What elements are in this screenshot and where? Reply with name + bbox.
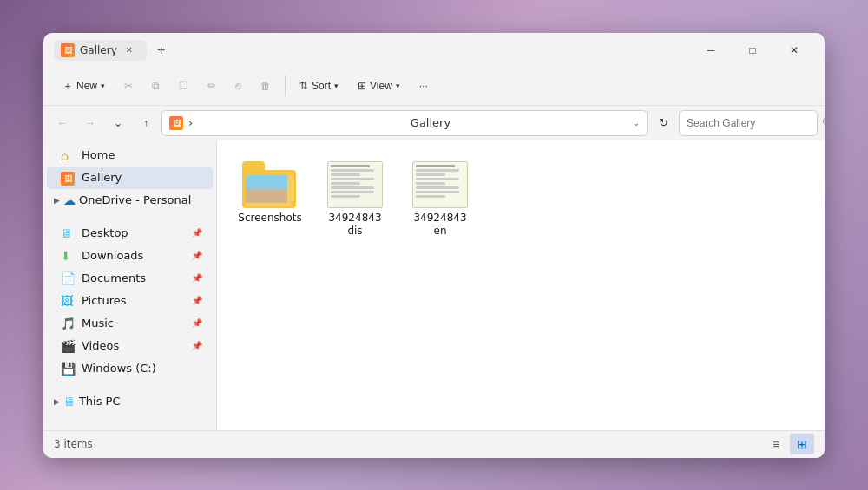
- new-chevron: ▾: [101, 82, 105, 90]
- sidebar-item-pictures[interactable]: 🖼 Pictures 📌: [47, 290, 213, 312]
- folder-tab: [242, 161, 265, 172]
- videos-icon: 🎬: [61, 339, 75, 353]
- sidebar-separator-1: [43, 212, 216, 222]
- list-item[interactable]: Screenshots: [231, 154, 309, 245]
- minimize-button[interactable]: ─: [691, 36, 731, 64]
- list-view-button[interactable]: ≡: [764, 434, 788, 454]
- sidebar: ⌂ Home 🖼 Gallery ▶ ☁ OneDrive - Personal…: [43, 140, 217, 430]
- sidebar-item-music[interactable]: 🎵 Music 📌: [47, 312, 213, 335]
- delete-icon: 🗑: [260, 80, 271, 92]
- sidebar-item-home-label: Home: [82, 148, 115, 161]
- file-grid: Screenshots: [231, 154, 811, 245]
- grid-view-button[interactable]: ⊞: [790, 434, 814, 454]
- downloads-icon: ⬇: [61, 249, 75, 263]
- new-button[interactable]: ＋ New ▾: [54, 75, 114, 98]
- toolbar: ＋ New ▾ ✂ ⧉ ❐ ✏ ⎋ 🗑 ⇅ Sort ▾ ⊞ View: [43, 68, 825, 106]
- rename-button[interactable]: ✏: [199, 75, 225, 96]
- cut-icon: ✂: [124, 80, 133, 92]
- onedrive-icon: ☁: [63, 193, 76, 207]
- address-path: ›: [188, 116, 405, 129]
- desktop-pin-icon: 📌: [192, 228, 202, 238]
- address-dropdown-icon[interactable]: ⌄: [633, 118, 640, 127]
- refresh-button[interactable]: ↻: [651, 111, 675, 135]
- sidebar-item-documents-label: Documents: [82, 271, 146, 284]
- nav-back-button[interactable]: ←: [50, 111, 75, 135]
- sidebar-item-onedrive-label: OneDrive - Personal: [79, 193, 191, 206]
- sidebar-item-gallery[interactable]: 🖼 Gallery: [47, 167, 213, 189]
- sidebar-item-videos[interactable]: 🎬 Videos 📌: [47, 335, 213, 357]
- new-icon: ＋: [62, 79, 73, 94]
- sidebar-item-music-label: Music: [82, 317, 114, 330]
- address-bar: ← → ⌄ ↑ 🖼 › Gallery ⌄ ↻ 🔍: [43, 106, 825, 140]
- sidebar-item-windows[interactable]: 💾 Windows (C:): [47, 357, 213, 380]
- onedrive-expander-icon: ▶: [54, 196, 60, 205]
- main-content: ⌂ Home 🖼 Gallery ▶ ☁ OneDrive - Personal…: [43, 140, 825, 430]
- sidebar-item-onedrive[interactable]: ▶ ☁ OneDrive - Personal: [47, 189, 213, 212]
- more-icon: ···: [419, 80, 428, 92]
- nav-up-button[interactable]: ↑: [134, 111, 158, 135]
- file-area: Screenshots: [217, 140, 825, 430]
- paste-button[interactable]: ❐: [170, 75, 197, 96]
- folder-thumbnail: [246, 175, 287, 203]
- document-icon: [327, 161, 383, 208]
- folder-overlay: [246, 175, 293, 206]
- share-icon: ⎋: [235, 80, 241, 92]
- desktop-icon: 🖥: [61, 226, 75, 240]
- music-icon: 🎵: [61, 317, 75, 330]
- sidebar-item-videos-label: Videos: [82, 339, 119, 352]
- view-button[interactable]: ⊞ View ▾: [349, 75, 409, 96]
- sort-chevron: ▾: [334, 82, 339, 90]
- nav-recent-button[interactable]: ⌄: [106, 111, 130, 135]
- cut-button[interactable]: ✂: [115, 75, 141, 96]
- sidebar-item-documents[interactable]: 📄 Documents 📌: [47, 267, 213, 290]
- list-item[interactable]: 34924843 en: [401, 154, 479, 245]
- maximize-button[interactable]: □: [733, 36, 773, 64]
- copy-button[interactable]: ⧉: [143, 75, 168, 96]
- more-button[interactable]: ···: [411, 75, 437, 96]
- videos-pin-icon: 📌: [192, 341, 202, 350]
- sort-button[interactable]: ⇅ Sort ▾: [291, 75, 347, 96]
- view-icon: ⊞: [358, 80, 366, 92]
- close-button[interactable]: ✕: [774, 36, 814, 64]
- view-label: View: [370, 80, 392, 92]
- window-controls: ─ □ ✕: [691, 36, 814, 64]
- sidebar-item-windows-label: Windows (C:): [82, 362, 156, 375]
- sidebar-item-thispc[interactable]: ▶ 🖥 This PC: [47, 390, 213, 413]
- documents-icon: 📄: [61, 271, 75, 285]
- sidebar-separator-2: [43, 380, 216, 390]
- document-icon: [412, 161, 468, 208]
- sidebar-item-downloads-label: Downloads: [82, 249, 143, 262]
- title-bar: 🖼 Gallery ✕ + ─ □ ✕: [43, 33, 825, 68]
- item-count: 3 items: [54, 438, 93, 450]
- new-tab-button[interactable]: +: [148, 37, 174, 63]
- view-toggles: ≡ ⊞: [764, 434, 814, 454]
- sidebar-item-desktop[interactable]: 🖥 Desktop 📌: [47, 222, 213, 245]
- address-input[interactable]: 🖼 › Gallery ⌄: [161, 110, 648, 136]
- tab-icon: 🖼: [61, 43, 75, 57]
- copy-icon: ⧉: [152, 80, 160, 92]
- tab-label: Gallery: [80, 44, 117, 56]
- file-name: 34924843 en: [408, 212, 472, 238]
- sidebar-item-thispc-label: This PC: [79, 395, 121, 408]
- toolbar-separator: [285, 75, 286, 96]
- music-pin-icon: 📌: [192, 318, 202, 328]
- gallery-tab[interactable]: 🖼 Gallery ✕: [54, 40, 147, 61]
- sidebar-item-gallery-label: Gallery: [82, 171, 122, 184]
- share-button[interactable]: ⎋: [227, 75, 250, 96]
- delete-button[interactable]: 🗑: [252, 75, 279, 96]
- downloads-pin-icon: 📌: [192, 251, 202, 260]
- sidebar-item-downloads[interactable]: ⬇ Downloads 📌: [47, 245, 213, 267]
- list-view-icon: ≡: [773, 437, 779, 451]
- search-input[interactable]: [687, 117, 817, 129]
- documents-pin-icon: 📌: [192, 273, 202, 283]
- folder-icon: [242, 161, 298, 208]
- gallery-icon: 🖼: [61, 171, 75, 185]
- view-chevron: ▾: [396, 82, 400, 90]
- address-icon: 🖼: [169, 116, 183, 130]
- tab-close-button[interactable]: ✕: [122, 43, 136, 57]
- nav-forward-button[interactable]: →: [78, 111, 102, 135]
- sidebar-item-home[interactable]: ⌂ Home: [47, 144, 213, 167]
- file-name: 34924843 dis: [323, 212, 387, 238]
- windows-icon: 💾: [61, 362, 75, 376]
- list-item[interactable]: 34924843 dis: [316, 154, 394, 245]
